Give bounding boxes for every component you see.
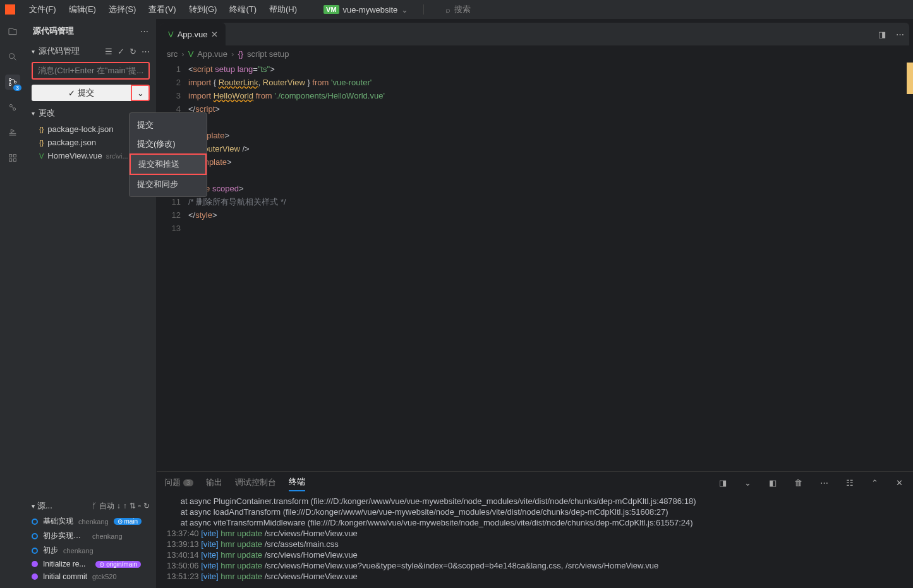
branch-tag: ⊙ origin/main — [95, 561, 141, 568]
commit-message: Initialize re... — [43, 560, 85, 568]
chevron-down-icon: ⌄ — [401, 5, 408, 15]
file-name: package-lock.json — [47, 124, 113, 134]
tab-label: App.vue — [178, 30, 208, 39]
svg-rect-7 — [13, 155, 16, 157]
commit-dropdown-menu: 提交提交(修改)提交和推送提交和同步 — [129, 112, 207, 197]
svg-point-2 — [9, 83, 11, 85]
file-path: src\vi... — [106, 152, 128, 160]
debug-icon[interactable] — [5, 125, 20, 140]
search-box[interactable]: ⌕ 搜索 — [445, 4, 471, 15]
file-name: HomeView.vue — [47, 151, 102, 160]
pull-icon[interactable]: ↓ — [117, 501, 121, 510]
breadcrumb[interactable]: src› V App.vue› {} script setup — [157, 45, 913, 63]
dropdown-item[interactable]: 提交和推送 — [130, 153, 207, 175]
chevron-down-icon[interactable]: ▾ — [32, 48, 35, 55]
chevron-down-icon[interactable]: ▾ — [32, 110, 35, 117]
graph-title: 源... — [37, 500, 52, 512]
editor-area: V App.vue ✕ ◨ ⋯ src› V App.vue› {} scrip… — [157, 19, 913, 588]
sidebar: 源代码管理 ⋯ ▾ 源代码管理 ☰ ✓ ↻ ⋯ 消息(Ctrl+Enter 在"… — [25, 19, 157, 588]
scm-badge: 3 — [13, 85, 21, 91]
split-panel-icon[interactable]: ◨ — [716, 478, 729, 488]
filter-icon[interactable]: ☷ — [843, 478, 856, 488]
check-icon[interactable]: ✓ — [118, 47, 124, 56]
svg-point-3 — [14, 81, 16, 83]
tab-debug-console[interactable]: 调试控制台 — [235, 474, 276, 491]
refresh-icon[interactable]: ↻ — [143, 501, 150, 510]
code-editor[interactable]: 12345678910111213 <script setup lang="ts… — [157, 63, 913, 471]
chevron-down-icon[interactable]: ▾ — [32, 503, 35, 510]
dropdown-item[interactable]: 提交和同步 — [130, 175, 207, 194]
commit-item[interactable]: Initialize re...⊙ origin/main — [30, 558, 151, 570]
refresh-icon[interactable]: ↻ — [130, 47, 136, 56]
terminal-output[interactable]: at async PluginContainer.transform (file… — [157, 493, 913, 588]
push-icon[interactable]: ↑ — [123, 501, 127, 510]
commit-author: chenkang — [78, 518, 109, 525]
tab-output[interactable]: 输出 — [206, 474, 222, 491]
menubar: 文件(F) 编辑(E) 选择(S) 查看(V) 转到(G) 终端(T) 帮助(H… — [0, 0, 913, 19]
commit-dot — [32, 519, 38, 525]
tab-problems[interactable]: 问题3 — [164, 474, 193, 491]
commit-item[interactable]: 初步实现名片页chenkang — [30, 529, 151, 543]
commit-author: chenkang — [92, 532, 123, 540]
chevron-up-icon[interactable]: ⌃ — [869, 478, 881, 488]
commit-message: 基础实现 — [43, 516, 73, 527]
commit-author: chenkang — [63, 547, 94, 555]
fetch-icon[interactable]: ⇅ — [130, 501, 136, 510]
brackets-icon: {} — [238, 49, 243, 59]
svg-rect-9 — [13, 159, 16, 161]
svg-point-0 — [9, 54, 15, 59]
menu-help[interactable]: 帮助(H) — [264, 3, 302, 16]
commit-dot — [32, 533, 38, 539]
menu-terminal[interactable]: 终端(T) — [224, 3, 262, 16]
more-icon[interactable] — [5, 150, 20, 165]
more-icon[interactable]: ⋯ — [891, 30, 909, 39]
commit-message: 初步 — [43, 545, 58, 556]
explorer-icon[interactable] — [5, 24, 20, 39]
svg-rect-6 — [9, 155, 12, 157]
trash-icon[interactable]: 🗑 — [792, 478, 805, 488]
more-icon[interactable]: ⋯ — [142, 47, 150, 56]
dropdown-item[interactable]: 提交(修改) — [130, 135, 207, 153]
menu-view[interactable]: 查看(V) — [143, 3, 181, 16]
commit-author: gtck520 — [92, 573, 117, 580]
dropdown-item[interactable]: 提交 — [130, 116, 207, 135]
chevron-down-icon[interactable]: ⌄ — [742, 478, 754, 488]
menu-goto[interactable]: 转到(G) — [184, 3, 222, 16]
commit-button[interactable]: ✓提交 — [32, 85, 131, 101]
commit-item[interactable]: 初步chenkang — [30, 543, 151, 558]
more-icon[interactable]: ⋯ — [818, 478, 831, 488]
commit-item[interactable]: 基础实现chenkang⊙ main — [30, 514, 151, 529]
tree-view-icon[interactable]: ☰ — [105, 47, 112, 56]
menu-file[interactable]: 文件(F) — [24, 3, 61, 16]
commit-message-input[interactable]: 消息(Ctrl+Enter 在"main"提... — [32, 62, 150, 80]
branch-tag: ⊙ main — [114, 518, 142, 525]
tab-terminal[interactable]: 终端 — [289, 474, 305, 491]
project-name: vue-mywebsite — [343, 5, 398, 15]
close-icon[interactable]: ✕ — [211, 30, 218, 39]
commit-dropdown-button[interactable]: ⌄ — [131, 85, 150, 101]
layout-icon[interactable]: ◧ — [766, 478, 779, 488]
scm-label: 源代码管理 — [39, 45, 80, 57]
chevron-down-icon: ⌄ — [137, 88, 144, 98]
svg-point-1 — [9, 78, 11, 80]
project-selector[interactable]: VM vue-mywebsite ⌄ — [323, 5, 408, 15]
file-icon: {} — [39, 126, 44, 133]
sidebar-title: 源代码管理 — [33, 25, 74, 37]
branch-icon[interactable]: ᚶ — [92, 501, 97, 510]
search-activity-icon[interactable] — [5, 49, 20, 64]
source-control-icon[interactable]: 3 — [5, 75, 20, 90]
menu-select[interactable]: 选择(S) — [104, 3, 141, 16]
menu-edit[interactable]: 编辑(E) — [64, 3, 101, 16]
save-icon[interactable]: ▫ — [138, 501, 141, 510]
sidebar-more-icon[interactable]: ⋯ — [140, 27, 148, 36]
extensions-icon[interactable] — [5, 100, 20, 115]
close-icon[interactable]: ✕ — [893, 478, 905, 488]
tab-app-vue[interactable]: V App.vue ✕ — [160, 23, 226, 45]
auto-label[interactable]: 自动 — [99, 501, 114, 512]
split-icon[interactable]: ◨ — [873, 30, 891, 39]
search-icon: ⌕ — [445, 5, 450, 15]
commit-item[interactable]: Initial commitgtck520 — [30, 570, 151, 583]
git-graph: ▾ 源... ᚶ 自动 ↓ ↑ ⇅ ▫ ↻ 基础实现chenkang⊙ main… — [25, 493, 156, 588]
app-logo[interactable] — [5, 4, 15, 15]
panel: 问题3 输出 调试控制台 终端 ◨ ⌄ ◧ 🗑 ⋯ ☷ ⌃ ✕ at async… — [157, 471, 913, 588]
